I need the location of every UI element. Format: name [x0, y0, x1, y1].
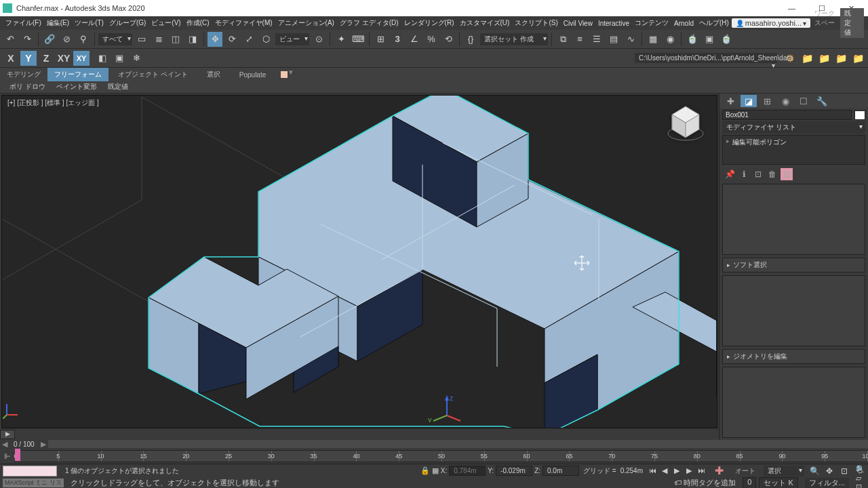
modifier-list-dropdown[interactable]: モディファイヤ リスト: [722, 121, 865, 134]
keyboard-shortcut-icon[interactable]: ⌨: [351, 32, 366, 47]
project-path-field[interactable]: C:\Users\yoshidm\OneDri...\ppt\Arnold_Sh…: [635, 53, 777, 63]
slider-left-button[interactable]: ◀: [0, 440, 9, 449]
menu-file[interactable]: ファイル(F): [3, 18, 44, 28]
menu-render[interactable]: レンダリング(R): [401, 18, 457, 28]
menu-animation[interactable]: アニメーション(A): [275, 18, 337, 28]
menu-tools[interactable]: ツール(T): [72, 18, 106, 28]
display-tab-icon[interactable]: ☐: [795, 95, 812, 107]
menu-content[interactable]: コンテンツ: [632, 18, 671, 28]
render-frame-icon[interactable]: ▣: [702, 32, 717, 47]
key-filter-dropdown[interactable]: 選択: [764, 466, 804, 476]
coord-x-field[interactable]: 0.784m: [449, 466, 486, 476]
render-icon[interactable]: 🍵: [719, 32, 734, 47]
ribbon-toggle-icon[interactable]: [281, 71, 288, 78]
menu-help[interactable]: ヘルプ(H): [696, 18, 732, 28]
material-preview-swatch[interactable]: [3, 466, 57, 476]
stack-item-editable-poly[interactable]: 編集可能ポリゴン: [724, 137, 863, 148]
select-place-icon[interactable]: ⬡: [258, 32, 273, 47]
create-tab-icon[interactable]: ✚: [722, 95, 738, 107]
configure-icon[interactable]: ▤: [781, 168, 793, 180]
ribbon-icon[interactable]: ▤: [606, 32, 621, 47]
angle-snap-icon[interactable]: ∠: [407, 32, 422, 47]
next-frame-icon[interactable]: ▶: [684, 466, 694, 475]
key-mode-icon[interactable]: ✚: [711, 464, 727, 477]
material-editor-icon[interactable]: ◉: [663, 32, 677, 47]
time-slider-track[interactable]: [48, 440, 868, 448]
axis-y-button[interactable]: Y: [20, 51, 37, 66]
axis-xy-button[interactable]: XY: [56, 51, 72, 66]
folder1-icon[interactable]: 📁: [800, 51, 814, 66]
fov-icon[interactable]: ▱: [856, 474, 865, 483]
folder4-icon[interactable]: 📁: [850, 51, 865, 66]
make-unique-icon[interactable]: ⊡: [752, 168, 764, 180]
use-pivot-icon[interactable]: ⊙: [311, 32, 326, 47]
hierarchy-tab-icon[interactable]: ⊞: [759, 95, 775, 107]
percent-snap-icon[interactable]: %: [424, 32, 439, 47]
menu-view[interactable]: ビュー(V): [149, 18, 183, 28]
menu-group[interactable]: グループ(G): [106, 18, 149, 28]
tab-populate[interactable]: Populate: [230, 68, 275, 81]
menu-arnold[interactable]: Arnold: [671, 20, 696, 27]
coord-z-field[interactable]: 0.0m: [542, 466, 579, 476]
isolate-icon[interactable]: ◧: [95, 51, 110, 66]
snap-2d-icon[interactable]: ⊞: [373, 32, 388, 47]
undo-icon[interactable]: ↶: [3, 32, 18, 47]
search-icon[interactable]: 🔍: [808, 466, 821, 476]
lock-sel-icon[interactable]: 🔒: [420, 466, 430, 475]
zoom-extents-icon[interactable]: ⊡: [838, 466, 850, 476]
tab-freeform[interactable]: フリーフォーム: [47, 68, 108, 81]
layer-icon[interactable]: ☰: [589, 32, 604, 47]
key-tick-field[interactable]: 0: [743, 477, 756, 489]
menu-modifier[interactable]: モディファイヤ(M): [212, 18, 275, 28]
axis-xy2-button[interactable]: XY: [73, 51, 90, 66]
select-move-icon[interactable]: ✥: [208, 32, 222, 47]
snap-3d-icon[interactable]: 3: [390, 32, 405, 47]
maximize-viewport-icon[interactable]: ⊡: [856, 483, 865, 488]
utilities-tab-icon[interactable]: 🔧: [814, 95, 830, 107]
edit-named-sel-icon[interactable]: {}: [463, 32, 478, 47]
viewcube[interactable]: [665, 102, 706, 143]
select-manipulate-icon[interactable]: ✦: [334, 32, 349, 47]
timeline-marker[interactable]: [15, 449, 20, 461]
modify-tab-icon[interactable]: ◪: [741, 95, 757, 107]
window-crossing-icon[interactable]: ◨: [185, 32, 200, 47]
coord-y-field[interactable]: -0.029m: [496, 466, 532, 476]
play-icon[interactable]: ▶: [671, 466, 682, 475]
isolate-sel-icon[interactable]: ▦: [432, 466, 439, 475]
prev-frame-icon[interactable]: ◀: [659, 466, 670, 475]
viewport-expand-button[interactable]: ▶: [0, 430, 15, 439]
key-filter-button[interactable]: フィルタ...: [805, 478, 849, 488]
tab-selection[interactable]: 選択: [197, 68, 230, 81]
goto-start-icon[interactable]: ⏮: [647, 466, 658, 475]
trackbar-icon[interactable]: ⊩: [0, 452, 15, 461]
render-setup-icon[interactable]: 🍵: [685, 32, 700, 47]
menu-graph[interactable]: グラフ エディタ(D): [337, 18, 401, 28]
menu-create[interactable]: 作成(C): [184, 18, 212, 28]
menu-edit[interactable]: 編集(E): [44, 18, 72, 28]
folder2-icon[interactable]: 📁: [816, 51, 831, 66]
spinner-snap-icon[interactable]: ⟲: [441, 32, 456, 47]
viewport[interactable]: [+] [正投影 ] [標準 ] [エッジ面 ]: [1, 95, 717, 428]
modifier-stack[interactable]: 編集可能ポリゴン: [722, 135, 865, 165]
unhide-icon[interactable]: ▣: [112, 51, 127, 66]
selection-filter-dropdown[interactable]: すべて: [98, 33, 132, 45]
menu-interactive[interactable]: Interactive: [595, 20, 632, 27]
user-badge[interactable]: masahiro.yoshi...▾: [732, 18, 810, 28]
axis-z-button[interactable]: Z: [38, 51, 54, 66]
motion-tab-icon[interactable]: ◉: [777, 95, 793, 107]
redo-icon[interactable]: ↷: [20, 32, 35, 47]
menu-civilview[interactable]: Civil View: [561, 20, 595, 27]
ref-coord-dropdown[interactable]: ビュー: [275, 33, 309, 45]
select-name-icon[interactable]: ≣: [151, 32, 166, 47]
link-icon[interactable]: 🔗: [42, 32, 57, 47]
curve-editor-icon[interactable]: ∿: [623, 32, 638, 47]
tab-object-paint[interactable]: オブジェクト ペイント: [108, 68, 197, 81]
maxscript-label[interactable]: MAXScript ミニ リス: [3, 479, 64, 487]
object-name-field[interactable]: [722, 110, 852, 120]
subtab-default[interactable]: 既定値: [102, 81, 134, 93]
slider-right-button[interactable]: ▶: [39, 440, 48, 449]
unlink-icon[interactable]: ⊘: [59, 32, 74, 47]
object-color-swatch[interactable]: [854, 110, 865, 120]
pan-icon[interactable]: ✥: [823, 466, 835, 476]
select-scale-icon[interactable]: ⤢: [241, 32, 256, 47]
